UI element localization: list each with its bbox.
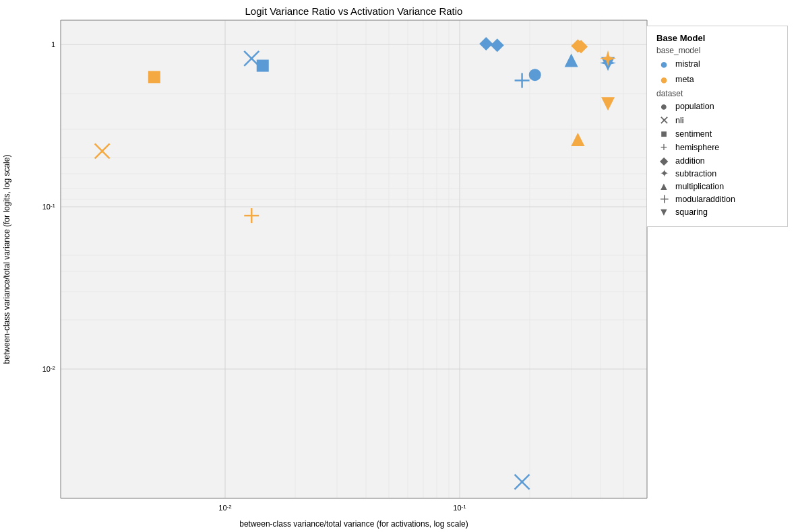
legend-mistral-symbol: ● [656,57,671,71]
y-tick-1e0: 1 [51,40,55,48]
legend-mistral: ● mistral [656,57,778,71]
legend-sentiment: ■ sentiment [656,129,778,139]
legend-hemisphere-symbol: + [656,141,671,154]
svg-rect-1 [61,20,647,498]
dp-mistral-population [529,69,541,81]
legend-multiplication-label: multiplication [675,182,724,191]
legend-addition: ◆ addition [656,156,778,166]
legend-subtraction-label: subtraction [675,169,716,178]
legend-subtraction: ✦ subtraction [656,168,778,179]
legend-modularaddition-symbol: ✕ [655,191,673,209]
dp-mistral-sentiment [257,60,269,72]
legend-modularaddition-label: modularaddition [675,195,735,204]
chart-container: Logit Variance Ratio vs Activation Varia… [0,0,800,532]
legend-base-model-label: base_model [656,46,778,55]
legend-population-symbol: ● [656,100,671,112]
legend-population-label: population [675,102,714,111]
legend-nli-symbol: ✕ [656,114,671,127]
legend-multiplication: ▲ multiplication [656,181,778,192]
legend-meta-label: meta [675,75,694,84]
legend-multiplication-symbol: ▲ [656,181,671,192]
legend-nli: ✕ nli [656,114,778,127]
legend-addition-label: addition [675,156,705,166]
legend-hemisphere-label: hemisphere [675,143,719,152]
legend-hemisphere: + hemisphere [656,141,778,154]
legend-modularaddition: ✕ modularaddition [656,194,778,205]
legend-sentiment-label: sentiment [675,129,712,139]
legend-subtraction-symbol: ✦ [656,168,671,179]
legend-addition-symbol: ◆ [656,156,671,166]
y-axis-label: between-class variance/total variance (f… [2,155,11,364]
legend-meta: ● meta [656,73,778,86]
x-axis-label: between-class variance/total variance (f… [239,519,468,529]
legend-dataset-label: dataset [656,89,778,98]
dp-meta-sentiment [148,71,160,83]
legend-squaring: ▼ squaring [656,207,778,218]
legend-squaring-label: squaring [675,207,708,217]
legend-box: Base Model base_model ● mistral ● meta d… [646,26,788,227]
legend-nli-label: nli [675,116,684,125]
legend-population: ● population [656,100,778,112]
legend-mistral-label: mistral [675,59,700,69]
chart-title: Logit Variance Ratio vs Activation Varia… [245,5,463,17]
legend-squaring-symbol: ▼ [656,207,671,218]
legend-sentiment-symbol: ■ [656,129,671,139]
legend-title: Base Model [656,33,778,43]
legend-meta-symbol: ● [656,73,671,86]
